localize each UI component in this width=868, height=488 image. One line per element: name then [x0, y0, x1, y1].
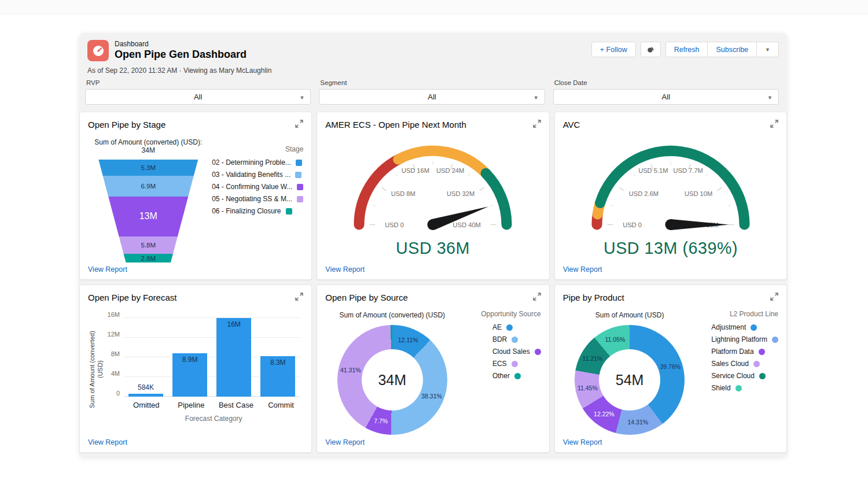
gauge-tick-label: USD 24M	[437, 167, 465, 174]
legend-swatch	[297, 196, 303, 202]
legend-item-label: Shield	[711, 384, 730, 392]
view-report-link[interactable]: View Report	[325, 438, 365, 446]
widget-grid: Open Pipe by Stage Sum of Amount (conver…	[79, 112, 787, 453]
legend-item[interactable]: Service Cloud	[711, 372, 778, 380]
legend: L2 Product Line AdjustmentLightning Plat…	[697, 310, 778, 435]
bar-column: 8.9M	[168, 316, 212, 397]
legend-item[interactable]: Shield	[711, 384, 778, 392]
donut-chart[interactable]: 12.11%38.31%7.7%41.31%34M	[337, 325, 447, 435]
gauge-tick	[382, 187, 387, 191]
gauge-tick	[480, 187, 484, 191]
donut-hole: 34M	[362, 349, 423, 411]
y-axis-tick-label: 4M	[111, 370, 120, 377]
filter-select-rvp[interactable]: All ▼	[85, 89, 311, 105]
legend-item[interactable]: ECS	[492, 360, 541, 368]
legend-item[interactable]: Cloud Sales	[492, 347, 541, 356]
view-report-link[interactable]: View Report	[88, 265, 127, 273]
legend-item[interactable]: 05 - Negotiating SS & M...	[212, 195, 303, 203]
bar[interactable]	[128, 394, 163, 397]
funnel-segment-value: 6.9M	[141, 183, 156, 190]
gauge-tick-label: USD 0	[623, 221, 642, 228]
legend-item[interactable]: Lightning Platform	[711, 335, 778, 343]
legend-swatch	[759, 349, 765, 355]
gauge-tick-label: USD 5.1M	[638, 167, 668, 174]
funnel-segment[interactable]: 2.8M	[98, 254, 198, 263]
legend-item[interactable]: 04 - Confirming Value W...	[212, 183, 303, 191]
legend-item[interactable]: 03 - Validating Benefits ...	[212, 171, 303, 179]
follow-button[interactable]: + Follow	[591, 42, 636, 57]
funnel-chart: 5.3M6.9M13M5.8M2.8M	[98, 160, 198, 263]
gauge-chart: USD 0USD 2.6MUSD 5.1MUSD 7.7MUSD 10MUSD …	[563, 132, 778, 259]
legend-item[interactable]: Sales Cloud	[711, 360, 778, 368]
filter-label-close-date: Close Date	[554, 79, 779, 86]
gauge-tick	[373, 205, 376, 206]
x-axis-label: Forecast Category	[124, 415, 303, 423]
expand-icon[interactable]	[533, 120, 541, 130]
feed-button[interactable]	[641, 42, 661, 57]
legend-item-label: AE	[492, 323, 502, 331]
filter-select-close-date[interactable]: All ▼	[553, 89, 779, 105]
gauge-tick	[634, 173, 636, 176]
y-axis-tick-label: 8M	[111, 350, 120, 357]
legend-item-label: Service Cloud	[711, 372, 755, 380]
card-open-pipe-by-source: Open Pipe by Source Sum of Amount (conve…	[317, 284, 549, 453]
legend-item[interactable]: AE	[492, 323, 541, 331]
browser-top-strip	[0, 0, 868, 14]
donut-center-value: 34M	[378, 372, 406, 389]
bar-value-label: 584K	[138, 383, 154, 391]
funnel-segment[interactable]: 13M	[98, 197, 198, 236]
expand-icon[interactable]	[533, 293, 541, 303]
expand-icon[interactable]	[770, 293, 778, 303]
view-report-link[interactable]: View Report	[325, 265, 365, 273]
view-report-link[interactable]: View Report	[563, 265, 602, 273]
legend-item[interactable]: Adjustment	[711, 323, 778, 331]
funnel-segment[interactable]: 5.3M	[98, 160, 198, 176]
legend-item-label: 06 - Finalizing Closure	[212, 207, 281, 215]
legend-item-label: Adjustment	[711, 323, 746, 331]
refresh-button[interactable]: Refresh	[665, 42, 708, 57]
gauge-tick-label: USD 10M	[685, 190, 712, 197]
chevron-down-icon: ▼	[767, 95, 773, 101]
legend-item[interactable]: Platform Data	[711, 347, 778, 356]
legend-item[interactable]: 02 - Determining Proble...	[212, 158, 303, 167]
gauge-tick	[490, 205, 494, 206]
legend-swatch	[514, 373, 521, 379]
gauge-tick-label: USD 40M	[453, 221, 481, 228]
bar-chart: 04M8M12M16M584K8.9M16M8.3M	[124, 316, 300, 397]
legend-item[interactable]: Other	[492, 372, 541, 380]
legend-swatch	[295, 172, 301, 178]
view-report-link[interactable]: View Report	[88, 438, 127, 446]
x-axis-tick-label: Pipeline	[169, 401, 214, 409]
bar[interactable]	[216, 318, 251, 397]
gauge-tick	[619, 187, 624, 191]
expand-icon[interactable]	[770, 120, 778, 130]
bars: 584K8.9M16M8.3M	[124, 316, 300, 397]
donut-percent-label: 12.22%	[594, 411, 615, 417]
donut-percent-label: 14.31%	[628, 419, 649, 426]
legend-swatch	[759, 373, 766, 379]
legend-swatch	[535, 349, 541, 355]
y-axis-tick-label: 16M	[108, 311, 120, 318]
x-axis-tick-label: Commit	[259, 401, 304, 409]
expand-icon[interactable]	[295, 120, 303, 130]
more-actions-button[interactable]: ▼	[757, 42, 779, 57]
chart-subtitle: Sum of Amount (converted) (USD)	[325, 311, 459, 319]
dashboard-header: Dashboard Open Pipe Gen Dashboard + Foll…	[79, 33, 787, 61]
feed-icon	[646, 46, 655, 54]
bar-column: 584K	[124, 316, 168, 397]
subscribe-button[interactable]: Subscribe	[708, 42, 757, 57]
gauge-value: USD 13M (639%)	[604, 239, 738, 257]
funnel-segment[interactable]: 5.8M	[98, 236, 198, 254]
legend-item-label: ECS	[492, 360, 507, 368]
filters-row: RVP All ▼ Segment All ▼ Close Date All ▼	[79, 75, 787, 105]
donut-chart[interactable]: 39.76%14.31%12.22%11.45%11.21%11.05%54M	[575, 325, 685, 435]
filter-select-segment[interactable]: All ▼	[319, 89, 545, 105]
y-axis-tick-label: 12M	[108, 331, 120, 338]
funnel-segment[interactable]: 6.9M	[98, 176, 198, 197]
legend-item[interactable]: BDR	[492, 335, 541, 343]
card-title: Pipe by Product	[563, 293, 624, 302]
legend-item[interactable]: 06 - Finalizing Closure	[212, 207, 303, 215]
expand-icon[interactable]	[295, 293, 303, 303]
donut-percent-label: 41.31%	[340, 367, 361, 374]
view-report-link[interactable]: View Report	[563, 438, 602, 446]
